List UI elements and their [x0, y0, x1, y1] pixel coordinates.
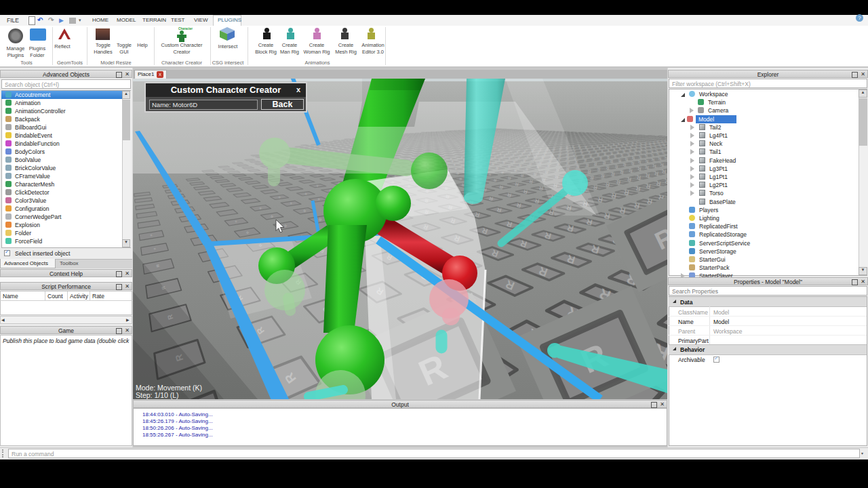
svg-text:R: R — [593, 147, 595, 150]
svg-text:R: R — [588, 150, 590, 154]
svg-text:R: R — [613, 148, 615, 151]
svg-text:Step: 1/10 (L): Step: 1/10 (L) — [136, 391, 179, 399]
svg-text:R: R — [573, 149, 575, 152]
svg-text:R: R — [601, 174, 605, 179]
svg-text:R: R — [620, 144, 623, 147]
svg-text:R: R — [620, 169, 624, 175]
svg-text:R: R — [618, 147, 620, 150]
svg-text:R: R — [604, 146, 606, 149]
svg-text:R: R — [580, 151, 583, 155]
svg-text:R: R — [601, 149, 603, 152]
svg-text:R: R — [610, 145, 612, 148]
svg-text:R: R — [615, 144, 617, 148]
svg-text:R: R — [586, 148, 588, 151]
svg-text:R: R — [590, 176, 594, 181]
svg-text:R: R — [595, 150, 597, 153]
svg-text:R: R — [591, 144, 593, 148]
svg-text:R: R — [607, 148, 609, 152]
svg-text:R: R — [611, 171, 615, 177]
svg-text:R: R — [587, 169, 591, 174]
svg-text:R: R — [598, 146, 600, 150]
